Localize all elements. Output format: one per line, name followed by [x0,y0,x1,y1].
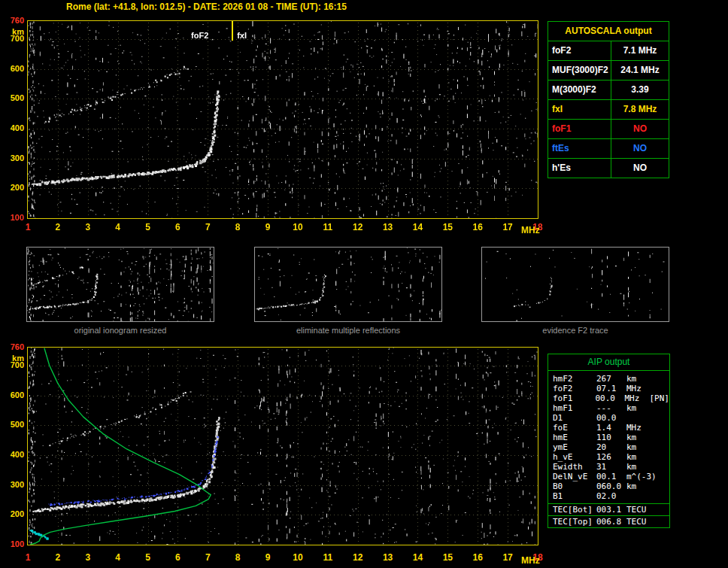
aip-row: DelN_vE00.1m^(-3) [548,472,669,481]
aip-row: h_vE126km [548,452,669,462]
aip-param: foF1 [548,393,595,403]
bottom-ionogram-plot [27,347,538,545]
aip-param: foE [548,423,596,433]
y-tick-label: 500 [2,93,24,102]
panel-evidence-f2-canvas [482,248,669,321]
aip-param: B0 [548,481,596,491]
aip-unit: km [626,403,652,413]
autoscala-row: foF27.1 MHz [548,41,669,61]
aip-unit [626,413,652,423]
x-tick-label: 10 [290,222,306,232]
x-tick-label: 12 [350,222,366,232]
autoscala-param: M(3000)F2 [548,80,611,99]
x-tick-label: 11 [320,552,336,563]
panel-eliminate-reflections-canvas [255,248,441,321]
aip-row: foF207.1MHz [548,384,669,393]
y-tick-label: 100 [2,539,24,548]
x-tick-label: 5 [140,222,156,232]
x-tick-label: 14 [409,222,426,232]
aip-tec-param: TEC[Top] [548,516,596,527]
aip-param: Ewidth [548,462,596,472]
y-tick-label: 200 [2,183,24,192]
panel-eliminate-reflections [254,247,442,322]
x-tick-label: 13 [380,552,396,563]
x-axis-unit: MHz [521,225,540,235]
aip-param: D1 [548,413,596,423]
x-tick-label: 17 [499,222,516,232]
autoscala-param: fxI [548,100,611,119]
aip-param: foF2 [548,384,596,393]
x-tick-label: 15 [439,552,456,563]
panel-original-ionogram [26,247,214,322]
x-tick-label: 10 [290,552,306,563]
panel-original-ionogram-canvas [27,248,214,321]
aip-note: [PN] [650,393,670,403]
bottom-ionogram-canvas [28,348,538,545]
aip-table-rows: hmF2267kmfoF207.1MHzfoF100.0MHz[PN]hmF1-… [548,371,669,503]
aip-row: Ewidth31km [548,462,669,472]
y-tick-label: 760 [2,16,24,25]
y-tick-label: 100 [2,213,24,222]
aip-value: 20 [596,442,626,452]
aip-tec-row: TEC[Bot]003.1TECU [548,503,669,515]
x-tick-label: 2 [50,222,66,232]
x-tick-label: 2 [50,552,66,563]
aip-row: foE1.4MHz [548,423,669,433]
x-tick-label: 7 [199,222,216,232]
y-axis-unit: km [2,354,24,363]
aip-unit: km [626,481,652,491]
x-tick-label: 13 [380,222,396,232]
x-tick-label: 6 [169,552,186,563]
autoscala-param: MUF(3000)F2 [548,61,611,80]
autoscala-value: 7.1 MHz [611,41,669,60]
autoscala-param: foF2 [548,41,611,60]
x-tick-label: 14 [409,552,426,563]
autoscala-table-rows: foF27.1 MHzMUF(3000)F224.1 MHzM(3000)F23… [548,41,669,178]
y-tick-label: 200 [2,509,24,518]
x-tick-label: 8 [229,222,246,232]
autoscala-row: ftEsNO [548,139,669,159]
aip-unit: km [626,433,652,442]
aip-unit: km [626,452,652,462]
x-tick-label: 7 [199,552,216,563]
aip-value: --- [596,403,626,413]
aip-value: 060.0 [596,481,626,491]
aip-param: hmF2 [548,374,596,384]
aip-param: DelN_vE [548,472,596,481]
y-tick-label: 500 [2,420,24,429]
x-tick-label: 4 [110,552,126,563]
panel-caption-evidence: evidence F2 trace [481,326,669,335]
autoscala-value: NO [611,139,669,158]
aip-value: 02.0 [596,491,626,501]
x-tick-label: 1 [20,552,36,563]
top-ionogram-plot: foF2 fxI [27,20,538,219]
aip-row: D100.0 [548,413,669,423]
aip-tec-row: TEC[Top]006.8TECU [548,515,669,527]
y-tick-label: 300 [2,480,24,489]
aip-param: B1 [548,491,596,501]
aip-tec-value: 006.8 [596,516,626,527]
autoscala-row: M(3000)F23.39 [548,80,669,100]
aip-param: hmF1 [548,403,596,413]
aip-unit: km [626,442,652,452]
aip-table-title: AIP output [548,354,669,371]
aip-tec-value: 003.1 [596,504,626,515]
aip-tec-unit: TECU [626,504,652,515]
x-tick-label: 11 [320,222,336,232]
aip-param: hmE [548,433,596,442]
aip-value: 1.4 [596,423,626,433]
aip-row: hmE110km [548,433,669,442]
aip-unit: MHz [626,423,652,433]
aip-param: h_vE [548,452,596,462]
aip-row: B102.0 [548,491,669,501]
x-tick-label: 4 [110,222,126,232]
aip-value: 00.0 [596,413,626,423]
panel-evidence-f2 [481,247,669,322]
autoscala-row: MUF(3000)F224.1 MHz [548,61,669,80]
x-tick-label: 8 [229,552,246,563]
aip-output-table: AIP output hmF2267kmfoF207.1MHzfoF100.0M… [548,354,670,528]
aip-unit: km [626,374,652,384]
top-ionogram-canvas [28,21,538,218]
autoscala-output-table: AUTOSCALA output foF27.1 MHzMUF(3000)F22… [548,21,669,178]
x-tick-label: 12 [350,552,366,563]
